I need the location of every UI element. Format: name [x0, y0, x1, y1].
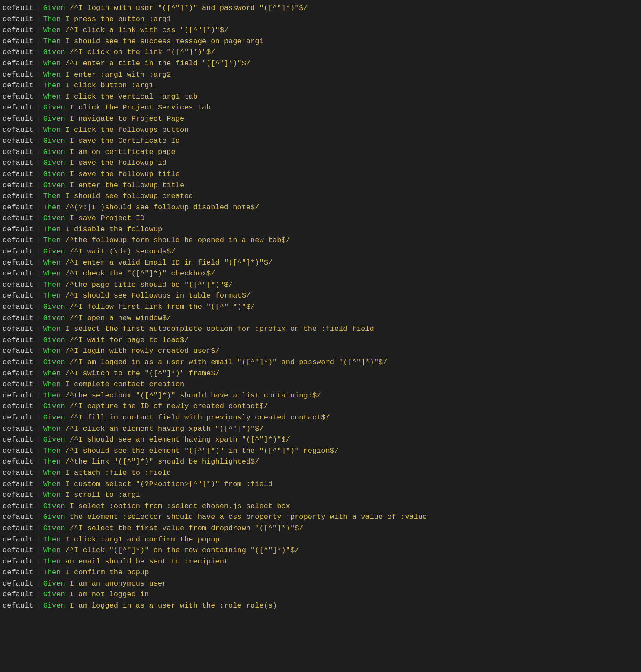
step-row: default|Then I click :arg1 and confirm t…: [3, 534, 638, 545]
space: [65, 434, 70, 445]
gherkin-keyword: When: [43, 379, 61, 390]
step-text: I enter the followup title: [70, 180, 184, 191]
suite-name: default: [3, 379, 33, 390]
step-text: I press the button :arg1: [65, 14, 171, 25]
separator: |: [33, 135, 43, 147]
suite-name: default: [3, 147, 33, 158]
separator: |: [33, 346, 43, 357]
gherkin-keyword: Then: [43, 390, 61, 401]
gherkin-keyword: Given: [43, 434, 65, 445]
separator: |: [33, 113, 43, 125]
gherkin-keyword: Then: [43, 235, 61, 246]
gherkin-keyword: Given: [43, 169, 65, 180]
step-row: default|When I click the followups butto…: [3, 125, 638, 136]
space: [61, 368, 65, 379]
gherkin-keyword: When: [43, 91, 61, 102]
suite-name: default: [3, 467, 33, 479]
step-row: default|When /^I enter a valid Email ID …: [3, 257, 638, 269]
gherkin-keyword: Then: [43, 279, 61, 291]
step-text: /^the link "([^"]*)" should be highlight…: [65, 456, 260, 467]
suite-name: default: [3, 578, 33, 589]
gherkin-keyword: Then: [43, 556, 61, 567]
gherkin-keyword: Then: [43, 567, 61, 578]
separator: |: [33, 490, 43, 501]
step-row: default|Given /^I should see an element …: [3, 434, 638, 445]
suite-name: default: [3, 125, 33, 136]
space: [61, 80, 65, 91]
step-row: default|When I select the first autocomp…: [3, 323, 638, 335]
step-row: default|Given I save the followup title: [3, 169, 638, 180]
space: [61, 257, 65, 269]
step-text: /^I select the first value from dropdrow…: [70, 523, 304, 534]
gherkin-keyword: When: [43, 545, 61, 556]
suite-name: default: [3, 202, 33, 213]
gherkin-keyword: Given: [43, 102, 65, 113]
space: [65, 412, 70, 423]
step-row: default|Then /^the link "([^"]*)" should…: [3, 456, 638, 467]
step-text: /^I switch to the "([^"]*)" frame$/: [65, 368, 220, 379]
step-text: I complete contact creation: [65, 379, 184, 390]
suite-name: default: [3, 246, 33, 257]
step-row: default|Given I am not logged in: [3, 589, 638, 600]
separator: |: [33, 125, 43, 136]
space: [65, 169, 70, 180]
separator: |: [33, 479, 43, 490]
step-text: I navigate to Project Page: [70, 113, 184, 125]
separator: |: [33, 3, 43, 14]
step-row: default|Then /^I should see Followups in…: [3, 290, 638, 301]
step-row: default|When I complete contact creation: [3, 379, 638, 390]
step-row: default|Given /^I fill in contact field …: [3, 412, 638, 423]
separator: |: [33, 512, 43, 523]
step-text: /^I enter a valid Email ID in field "([^…: [65, 257, 272, 269]
space: [61, 467, 65, 479]
separator: |: [33, 556, 43, 567]
step-row: default|Given I am an anonymous user: [3, 578, 638, 589]
step-row: default|Given /^I wait (\d+) seconds$/: [3, 246, 638, 257]
suite-name: default: [3, 357, 33, 368]
space: [65, 113, 70, 125]
step-row: default|When I attach :file to :field: [3, 467, 638, 479]
space: [61, 14, 65, 25]
space: [65, 246, 70, 257]
step-text: I save the followup id: [70, 157, 167, 169]
step-text: I save Project ID: [70, 213, 144, 224]
step-row: default|When /^I login with newly create…: [3, 346, 638, 357]
step-row: default|Then /^the selectbox "([^"]*)" s…: [3, 390, 638, 401]
gherkin-keyword: Given: [43, 523, 65, 534]
space: [65, 578, 70, 589]
space: [61, 290, 65, 301]
suite-name: default: [3, 213, 33, 224]
separator: |: [33, 191, 43, 202]
step-text: I scroll to :arg1: [65, 490, 140, 501]
suite-name: default: [3, 169, 33, 180]
separator: |: [33, 335, 43, 346]
step-row: default|Given I click the Project Servic…: [3, 102, 638, 113]
gherkin-keyword: When: [43, 268, 61, 279]
step-text: I am logged in as a user with the :role …: [70, 600, 277, 611]
separator: |: [33, 313, 43, 324]
step-text: I click the Project Services tab: [70, 102, 211, 113]
step-row: default|Given /^I open a new window$/: [3, 313, 638, 324]
space: [61, 69, 65, 80]
step-row: default|When /^I enter a title in the fi…: [3, 58, 638, 69]
space: [65, 512, 70, 523]
space: [61, 390, 65, 401]
separator: |: [33, 600, 43, 611]
step-row: default|Then /^(?:|I )should see followu…: [3, 202, 638, 213]
gherkin-keyword: Given: [43, 589, 65, 600]
suite-name: default: [3, 567, 33, 578]
suite-name: default: [3, 335, 33, 346]
space: [65, 357, 70, 368]
separator: |: [33, 213, 43, 224]
separator: |: [33, 323, 43, 335]
gherkin-keyword: Given: [43, 301, 65, 313]
step-row: default|Given I select :option from :sel…: [3, 501, 638, 512]
space: [61, 379, 65, 390]
step-row: default|When /^I click "([^"]*)" on the …: [3, 545, 638, 556]
suite-name: default: [3, 69, 33, 80]
separator: |: [33, 467, 43, 479]
separator: |: [33, 423, 43, 435]
gherkin-keyword: When: [43, 479, 61, 490]
step-row: default|Given /^I am logged in as a user…: [3, 357, 638, 368]
space: [61, 545, 65, 556]
